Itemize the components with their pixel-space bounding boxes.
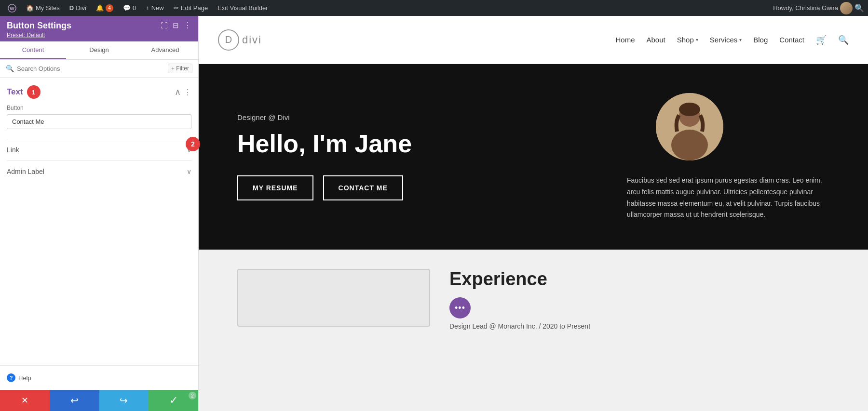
- exit-visual-builder-button[interactable]: Exit Visual Builder: [214, 0, 272, 16]
- section-more-icon[interactable]: ⋮: [184, 88, 191, 97]
- hero-subtitle: Designer @ Divi: [237, 113, 627, 121]
- save-button[interactable]: ✓ 2: [149, 390, 198, 411]
- divi-icon: D: [69, 4, 74, 12]
- nav-contact[interactable]: Contact: [779, 36, 804, 44]
- plus-icon: +: [146, 4, 149, 12]
- link-section-header[interactable]: Link ∨: [7, 146, 191, 154]
- admin-label-header[interactable]: Admin Label ∨: [7, 168, 191, 175]
- svg-point-5: [679, 103, 700, 116]
- layout-icon[interactable]: ⊟: [173, 21, 179, 30]
- undo-icon: ↩: [70, 395, 79, 406]
- nav-home[interactable]: Home: [615, 36, 635, 44]
- more-options-icon[interactable]: ⋮: [184, 21, 191, 30]
- button-field-group: Button: [7, 105, 191, 139]
- site-logo: D divi: [218, 29, 262, 51]
- exp-left-card: [237, 269, 430, 327]
- experience-icon-circle: •••: [449, 297, 471, 318]
- experience-title: Experience: [449, 269, 829, 290]
- fullscreen-icon[interactable]: ⛶: [161, 21, 168, 29]
- logo-text: divi: [242, 34, 262, 46]
- nav-search-icon[interactable]: 🔍: [838, 35, 849, 45]
- nav-about[interactable]: About: [646, 36, 665, 44]
- save-badge: 2: [189, 392, 196, 399]
- left-panel: Button Settings Preset: Default ⛶ ⊟ ⋮ Co…: [0, 16, 199, 411]
- help-section: ? Help: [0, 365, 198, 390]
- site-menu: Home About Shop ▾ Services ▾ Blog Contac: [615, 35, 849, 45]
- admin-bar-right: Howdy, Christina Gwira 🔍: [773, 2, 864, 14]
- services-dropdown-icon: ▾: [739, 37, 742, 42]
- comments-icon: 💬: [123, 4, 131, 12]
- text-section-header: Text 1 ∧ ⋮: [7, 85, 191, 99]
- my-resume-button[interactable]: MY RESUME: [237, 175, 313, 200]
- hero-avatar: [656, 93, 723, 160]
- exp-right-content: Experience ••• Design Lead @ Monarch Inc…: [449, 269, 829, 330]
- search-options-input[interactable]: [17, 65, 165, 72]
- help-label[interactable]: Help: [18, 374, 31, 382]
- comments-menu[interactable]: 💬 0: [119, 0, 140, 16]
- hero-buttons: MY RESUME CONTACT ME: [237, 175, 627, 200]
- nav-services[interactable]: Services ▾: [710, 36, 742, 44]
- wordpress-icon: W: [8, 4, 16, 13]
- button-text-input[interactable]: [7, 114, 191, 129]
- panel-preset: Preset: Default: [7, 32, 71, 39]
- admin-label-chevron-icon: ∨: [187, 168, 191, 175]
- pencil-icon: ✏: [174, 4, 179, 12]
- cart-icon[interactable]: 🛒: [816, 35, 827, 45]
- shop-dropdown-icon: ▾: [696, 37, 698, 42]
- hero-left: Designer @ Divi Hello, I'm Jane MY RESUM…: [237, 113, 627, 200]
- hero-title: Hello, I'm Jane: [237, 129, 627, 158]
- search-bar: 🔍 + Filter: [0, 60, 198, 78]
- svg-point-4: [671, 130, 708, 160]
- tab-design[interactable]: Design: [66, 41, 132, 59]
- button-field-label: Button: [7, 105, 191, 111]
- logo-d-letter: D: [225, 34, 232, 45]
- undo-button[interactable]: ↩: [50, 390, 99, 411]
- step-badge-2-overlay: 2: [186, 137, 200, 151]
- admin-label-section: Admin Label ∨: [7, 160, 191, 182]
- text-section-badge: 1: [27, 85, 41, 99]
- new-content-menu[interactable]: + New: [142, 0, 168, 16]
- contact-me-button[interactable]: CONTACT ME: [323, 175, 403, 200]
- tab-content[interactable]: Content: [0, 41, 66, 59]
- wordpress-logo[interactable]: W: [4, 0, 20, 16]
- admin-label-title: Admin Label: [7, 168, 44, 175]
- hero-right: Faucibus sed sed erat ipsum purus egesta…: [627, 93, 829, 221]
- admin-bar: W 🏠 My Sites D Divi 🔔 4 💬 0 + New ✏ Edit…: [0, 0, 868, 16]
- nav-blog[interactable]: Blog: [753, 36, 768, 44]
- site-nav: D divi Home About Shop ▾ Services ▾: [199, 16, 868, 64]
- section-controls: ∧ ⋮: [175, 87, 191, 97]
- collapse-icon[interactable]: ∧: [175, 87, 181, 97]
- my-sites-menu[interactable]: 🏠 My Sites: [22, 0, 64, 16]
- edit-page-button[interactable]: ✏ Edit Page: [170, 0, 212, 16]
- updates-menu[interactable]: 🔔 4: [92, 0, 117, 16]
- panel-body: Text 1 ∧ ⋮ Button Link ∨: [0, 78, 198, 365]
- link-section: Link ∨: [7, 139, 191, 160]
- nav-shop[interactable]: Shop ▾: [677, 36, 698, 44]
- home-icon: 🏠: [26, 4, 34, 12]
- updates-icon: 🔔: [96, 4, 104, 12]
- tab-advanced[interactable]: Advanced: [132, 41, 198, 59]
- right-panel: D divi Home About Shop ▾ Services ▾: [199, 16, 868, 411]
- svg-text:W: W: [10, 5, 14, 11]
- main-layout: Button Settings Preset: Default ⛶ ⊟ ⋮ Co…: [0, 16, 868, 411]
- hero-section: Designer @ Divi Hello, I'm Jane MY RESUM…: [199, 64, 868, 250]
- hero-description: Faucibus sed sed erat ipsum purus egesta…: [627, 175, 829, 221]
- cancel-button[interactable]: ✕: [0, 390, 50, 411]
- redo-icon: ↪: [120, 395, 128, 406]
- updates-badge: 4: [106, 4, 113, 12]
- link-section-title: Link: [7, 146, 19, 154]
- step-2-badge: 2: [186, 137, 200, 151]
- redo-button[interactable]: ↪: [99, 390, 149, 411]
- user-avatar[interactable]: [840, 2, 853, 14]
- panel-title: Button Settings: [7, 21, 71, 31]
- exp-layout: Experience ••• Design Lead @ Monarch Inc…: [237, 269, 829, 330]
- panel-header: Button Settings Preset: Default ⛶ ⊟ ⋮: [0, 16, 198, 41]
- divi-menu[interactable]: D Divi: [66, 0, 90, 16]
- checkmark-icon: ✓: [169, 394, 178, 407]
- search-icon: 🔍: [6, 65, 14, 72]
- text-section-title: Text: [7, 87, 23, 97]
- filter-button[interactable]: + Filter: [168, 64, 192, 73]
- section-title-wrap: Text 1: [7, 85, 41, 99]
- panel-tabs: Content Design Advanced: [0, 41, 198, 60]
- search-icon[interactable]: 🔍: [854, 3, 864, 13]
